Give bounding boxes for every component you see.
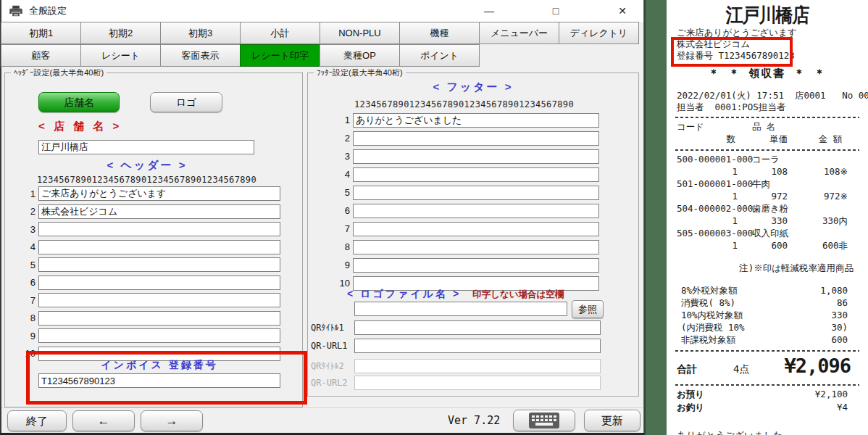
line-number: 4 [330,169,350,180]
browse-button[interactable]: 参照 [572,300,604,318]
header-line-input[interactable] [38,204,280,219]
header-line-input[interactable] [38,257,280,272]
qr-field-input[interactable] [354,339,601,353]
footer-line-input[interactable] [353,204,599,218]
receipt-item-code-line: 504-000002-000歯磨き粉 [667,203,868,215]
tender-line: お釣り¥4 [667,402,868,415]
close-button[interactable]: ✕ [606,1,639,21]
tender-value: ¥2,100 [815,389,848,399]
footer-group-title: ﾌｯﾀｰ設定(最大半角40桁) [314,67,406,78]
header-label: < ヘッダー > [38,159,256,173]
line-number: 3 [18,224,36,235]
footer-line-input[interactable] [353,149,599,164]
logo-button[interactable]: ロゴ [150,92,222,112]
header-line-input[interactable] [38,311,280,326]
tab-顧客[interactable]: 顧客 [1,44,81,67]
tab-業種OP[interactable]: 業種OP [320,44,400,67]
minimize-button[interactable]: — [472,1,506,21]
tab-初期3[interactable]: 初期3 [160,22,241,44]
footer-line-input[interactable] [353,113,599,128]
header-line-input[interactable] [38,222,280,236]
tab-初期1[interactable]: 初期1 [1,22,81,44]
receipt-column-header-1: コード 品 名 [667,121,868,133]
printer-icon [9,5,23,17]
tab-NON-PLU[interactable]: NON-PLU [320,22,400,44]
header-ruler: 1234567890123456789012345678901234567890 [37,175,256,185]
tax-line: 消費税( 8%)86 [667,297,868,310]
line-number: 7 [18,295,36,306]
forward-arrow-button[interactable]: → [141,410,203,431]
update-button[interactable]: 更新 [584,410,640,431]
item-name: 牛肉 [752,178,770,191]
total-amount: ¥2,096 [784,355,851,377]
maximize-button[interactable]: □ [539,1,572,21]
tax-label: (内消費税 10% [681,322,745,334]
tab-ディレクトリ[interactable]: ディレクトリ [559,22,639,44]
receipt-item-value-line: 1330330内 [667,215,868,228]
store-name-button[interactable]: 店舗名 [38,92,120,112]
invoice-number-input[interactable] [38,373,280,388]
tab-レシート[interactable]: レシート [80,44,161,67]
item-unit-price: 600 [771,240,788,251]
line-number: 3 [330,151,350,162]
col-code: コード [677,121,704,133]
total-label: 合計 [677,363,697,376]
col-qty: 数 [727,133,736,146]
line-number: 6 [330,205,350,216]
header-line-row: 1 [5,185,302,203]
qr-field-row-4: QR-URL2 [311,376,601,390]
tab-機種[interactable]: 機種 [399,22,480,44]
item-name: 歯磨き粉 [752,203,788,215]
tab-客面表示[interactable]: 客面表示 [160,44,241,67]
qr-field-label: QR-URL1 [311,341,351,351]
receipt-registration: 登録番号 T1234567890123 [677,50,868,62]
header-line-input[interactable] [38,240,280,254]
back-arrow-button[interactable]: ← [72,410,135,431]
receipt-divider [675,350,859,352]
receipt-items: 500-000001-000コーラ1108108※501-000001-000牛… [667,154,868,252]
line-number: 8 [330,241,350,252]
logo-file-input[interactable] [354,302,567,316]
footer-line-input[interactable] [353,186,599,200]
tender-line: お預り¥2,100 [667,389,868,402]
keyboard-button[interactable] [513,410,575,431]
tab-メニューバー[interactable]: メニューバー [479,22,559,44]
tab-初期2[interactable]: 初期2 [80,22,161,44]
tax-value: 330 [831,310,848,320]
receipt-item-code-line: 505-000003-000収入印紙 [667,228,868,240]
footer-line-input[interactable] [353,240,599,254]
line-number: 1 [18,188,36,199]
footer-ruler: 1234567890123456789012345678901234567890 [354,99,574,109]
window-controls: — □ ✕ [472,0,639,22]
footer-label: < フッター > [308,80,638,94]
tender-label: お釣り [677,402,704,414]
header-line-input[interactable] [38,276,280,290]
tab-レシート印字[interactable]: レシート印字 [240,44,320,67]
tab-小計[interactable]: 小計 [240,22,320,44]
header-line-row: 2 [5,203,302,221]
tab-ポイント[interactable]: ポイント [399,44,480,67]
footer-line-input[interactable] [353,167,599,182]
header-line-input[interactable] [38,186,280,201]
receipt-greeting: ご来店ありがとうございます [677,27,868,38]
line-number: 8 [18,312,36,323]
tax-value: 30) [831,322,848,333]
item-name: コーラ [752,154,780,166]
tax-value: 600 [831,334,848,345]
footer-line-input[interactable] [353,222,599,236]
header-line-row: 7 [5,291,302,310]
qr-field-row-3: QRﾀｲﾄﾙ2 [311,359,601,373]
footer-line-input[interactable] [353,131,599,146]
footer-settings-group: ﾌｯﾀｰ設定(最大半角40桁) < フッター > 123456789012345… [307,72,639,397]
header-line-input[interactable] [38,293,280,307]
footer-line-row: 3 [308,147,638,165]
item-amount: 330内 [822,215,848,228]
footer-lines: 12345678910 [308,111,638,292]
qr-field-input[interactable] [354,320,601,335]
footer-line-input[interactable] [353,258,599,273]
header-line-input[interactable] [38,328,280,343]
store-name-input[interactable] [38,140,254,154]
item-amount: 972※ [824,191,848,202]
exit-button[interactable]: 終了 [7,410,67,431]
tax-label: 消費税( 8%) [681,297,735,310]
